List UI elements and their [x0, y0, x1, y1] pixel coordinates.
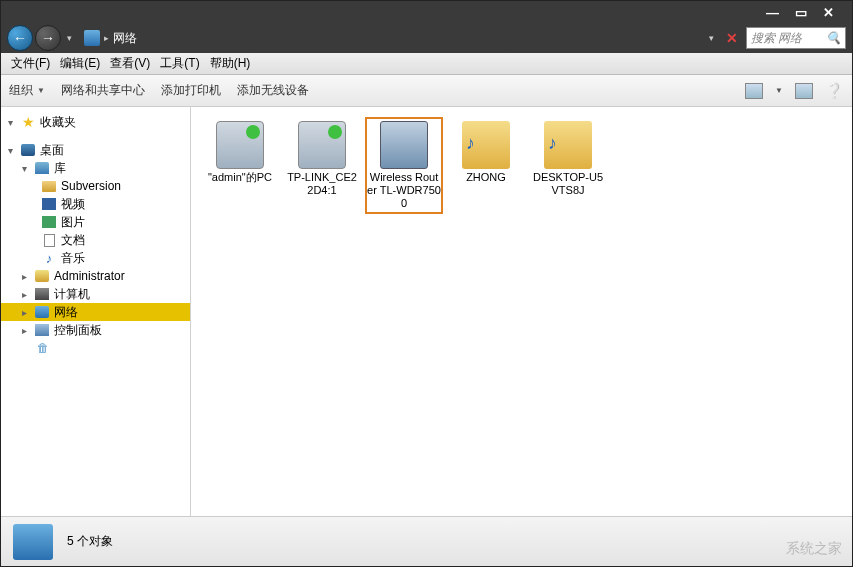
breadcrumb-location: 网络	[113, 30, 137, 47]
item-label: DESKTOP-U5VTS8J	[531, 171, 605, 197]
add-printer-button[interactable]: 添加打印机	[161, 82, 221, 99]
menu-tools[interactable]: 工具(T)	[156, 53, 203, 74]
user-icon	[35, 270, 49, 282]
tree-music[interactable]: ♪音乐	[1, 249, 190, 267]
menu-help[interactable]: 帮助(H)	[206, 53, 255, 74]
expand-icon[interactable]: ▸	[19, 325, 30, 336]
recycle-icon: 🗑	[35, 340, 51, 356]
toolbar: 组织 ▼ 网络和共享中心 添加打印机 添加无线设备 ▼ ❔	[1, 75, 852, 107]
forward-button[interactable]: →	[35, 25, 61, 51]
pc-icon	[298, 121, 346, 169]
status-bar: 5 个对象	[1, 516, 852, 566]
item-label: Wireless Router TL-WDR7500	[367, 171, 441, 210]
back-button[interactable]: ←	[7, 25, 33, 51]
network-item[interactable]: "admin"的PC	[201, 117, 279, 214]
folder-icon	[544, 121, 592, 169]
maximize-button[interactable]: ▭	[795, 5, 807, 20]
collapse-icon[interactable]: ▾	[5, 117, 16, 128]
network-item[interactable]: TP-LINK_CE22D4:1	[283, 117, 361, 214]
folder-icon	[462, 121, 510, 169]
chevron-down-icon: ▼	[37, 86, 45, 95]
navigation-bar: ← → ▾ ▸ 网络 ▾ ✕ 搜索 网络 🔍	[1, 23, 852, 53]
star-icon: ★	[20, 114, 36, 130]
menu-view[interactable]: 查看(V)	[106, 53, 154, 74]
network-large-icon	[13, 524, 53, 560]
pc-icon	[216, 121, 264, 169]
desktop-icon	[21, 144, 35, 156]
tree-videos[interactable]: 视频	[1, 195, 190, 213]
expand-icon[interactable]: ▸	[19, 271, 30, 282]
tree-subversion[interactable]: Subversion	[1, 177, 190, 195]
collapse-icon[interactable]: ▾	[5, 145, 16, 156]
network-icon	[35, 306, 49, 318]
menu-file[interactable]: 文件(F)	[7, 53, 54, 74]
expand-icon[interactable]: ▸	[19, 289, 30, 300]
video-icon	[42, 198, 56, 210]
tree-control-panel[interactable]: ▸控制面板	[1, 321, 190, 339]
search-placeholder: 搜索 网络	[751, 30, 802, 47]
organize-button[interactable]: 组织 ▼	[9, 82, 45, 99]
tree-favorites[interactable]: ▾★收藏夹	[1, 113, 190, 131]
tree-network[interactable]: ▸网络	[1, 303, 190, 321]
tree-recycle[interactable]: 🗑	[1, 339, 190, 357]
arrow-right-icon: →	[41, 30, 55, 46]
menu-edit[interactable]: 编辑(E)	[56, 53, 104, 74]
location-dropdown[interactable]: ▾	[709, 33, 714, 43]
breadcrumb[interactable]: ▸ 网络	[84, 30, 137, 47]
close-button[interactable]: ✕	[823, 5, 834, 20]
tree-computer[interactable]: ▸计算机	[1, 285, 190, 303]
arrow-left-icon: ←	[13, 30, 27, 46]
folder-icon	[42, 181, 56, 192]
network-icon	[84, 30, 100, 46]
picture-icon	[42, 216, 56, 228]
search-icon[interactable]: 🔍	[826, 31, 841, 45]
network-item[interactable]: ZHONG	[447, 117, 525, 214]
add-wireless-button[interactable]: 添加无线设备	[237, 82, 309, 99]
titlebar: — ▭ ✕	[1, 1, 852, 23]
watermark: 系统之家	[786, 540, 842, 558]
menu-bar: 文件(F) 编辑(E) 查看(V) 工具(T) 帮助(H)	[1, 53, 852, 75]
chevron-right-icon: ▸	[104, 33, 109, 43]
minimize-button[interactable]: —	[766, 5, 779, 20]
tree-admin[interactable]: ▸Administrator	[1, 267, 190, 285]
navigation-pane: ▾★收藏夹 ▾桌面 ▾库 Subversion 视频 图片 文档 ♪音乐 ▸Ad…	[1, 107, 191, 516]
help-icon[interactable]: ❔	[825, 82, 844, 100]
history-dropdown[interactable]: ▾	[67, 33, 72, 43]
router-icon	[380, 121, 428, 169]
expand-icon[interactable]: ▸	[19, 307, 30, 318]
chevron-down-icon[interactable]: ▼	[775, 86, 783, 95]
tree-libraries[interactable]: ▾库	[1, 159, 190, 177]
tree-desktop[interactable]: ▾桌面	[1, 141, 190, 159]
music-icon: ♪	[41, 250, 57, 266]
document-icon	[44, 234, 55, 247]
view-options-button[interactable]	[745, 83, 763, 99]
tree-documents[interactable]: 文档	[1, 231, 190, 249]
library-icon	[35, 162, 49, 174]
status-count: 5 个对象	[67, 533, 113, 550]
computer-icon	[35, 288, 49, 300]
network-item[interactable]: DESKTOP-U5VTS8J	[529, 117, 607, 214]
item-label: "admin"的PC	[208, 171, 272, 184]
search-input[interactable]: 搜索 网络 🔍	[746, 27, 846, 49]
network-item[interactable]: Wireless Router TL-WDR7500	[365, 117, 443, 214]
control-panel-icon	[35, 324, 49, 336]
tree-pictures[interactable]: 图片	[1, 213, 190, 231]
network-center-button[interactable]: 网络和共享中心	[61, 82, 145, 99]
items-view[interactable]: "admin"的PCTP-LINK_CE22D4:1Wireless Route…	[191, 107, 852, 516]
item-label: ZHONG	[466, 171, 506, 184]
collapse-icon[interactable]: ▾	[19, 163, 30, 174]
preview-pane-button[interactable]	[795, 83, 813, 99]
item-label: TP-LINK_CE22D4:1	[285, 171, 359, 197]
stop-icon[interactable]: ✕	[726, 30, 738, 46]
